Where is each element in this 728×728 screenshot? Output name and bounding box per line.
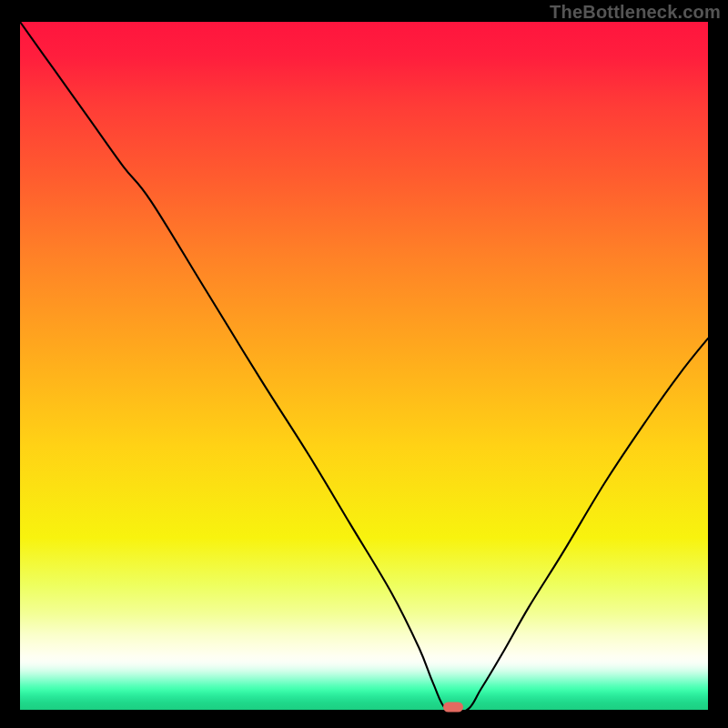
chart-overlay (20, 22, 708, 710)
watermark-text: TheBottleneck.com (550, 2, 721, 23)
chart-frame: TheBottleneck.com (0, 0, 728, 728)
bottleneck-curve-path (20, 22, 708, 710)
selected-point-marker (443, 703, 463, 713)
